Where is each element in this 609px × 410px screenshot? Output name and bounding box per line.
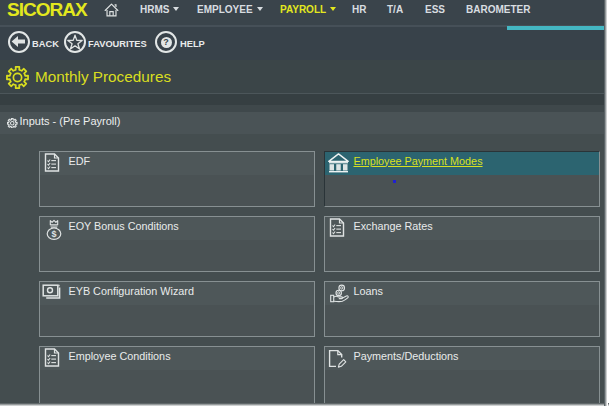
svg-text:$: $ bbox=[51, 228, 56, 238]
